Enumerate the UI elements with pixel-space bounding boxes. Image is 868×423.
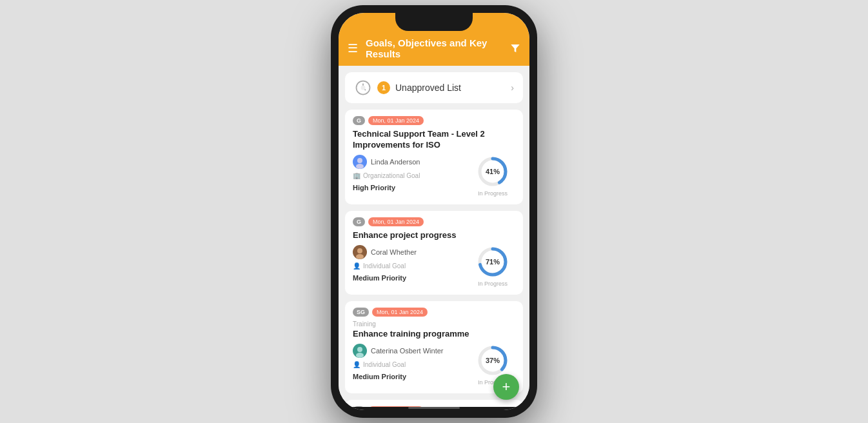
svg-point-2 <box>357 158 362 163</box>
goal-title-2: Enhance project progress <box>353 230 515 241</box>
progress-status-2: In Progress <box>478 280 508 287</box>
fab-button[interactable]: + <box>493 374 519 400</box>
goal-tag-3: SG <box>353 308 369 317</box>
home-bar <box>408 407 460 409</box>
goal-type-icon-1: 🏢 <box>353 172 360 179</box>
goal-type-1: Organizational Goal <box>363 172 420 179</box>
progress-area-2: 71% In Progress <box>470 245 515 287</box>
user-name-1: Linda Anderson <box>371 158 420 166</box>
home-indicator <box>339 407 529 410</box>
filter-icon[interactable] <box>510 43 520 54</box>
goal-type-icon-3: 👤 <box>353 361 360 368</box>
avatar-2 <box>353 245 367 259</box>
priority-1: High Priority <box>353 184 395 192</box>
goal-tag-2: G <box>353 217 365 226</box>
content-area: 1 Unapproved List › G Mon, 01 Jan 2024 T… <box>339 66 529 407</box>
goal-date-4: Mon, 01 Jan 2024 <box>368 406 424 407</box>
hamburger-icon[interactable]: ☰ <box>348 41 358 55</box>
svg-point-7 <box>356 254 364 259</box>
phone-screen: ☰ Goals, Objectives and Key Results 1 Un… <box>339 13 529 410</box>
svg-point-3 <box>356 164 364 169</box>
app-title: Goals, Objectives and Key Results <box>366 37 510 59</box>
goal-card-2[interactable]: G Mon, 01 Jan 2024 Enhance project progr… <box>345 211 523 295</box>
unapproved-list-row[interactable]: 1 Unapproved List › <box>345 72 523 103</box>
unapproved-label: Unapproved List <box>395 83 511 93</box>
priority-2: Medium Priority <box>353 274 406 282</box>
unapproved-badge: 1 <box>377 81 390 94</box>
progress-value-1: 41% <box>486 168 500 175</box>
goal-type-2: Individual Goal <box>363 262 406 270</box>
goal-title-3: Enhance training programme <box>353 329 515 340</box>
goal-card-4[interactable]: G Mon, 01 Jan 2024 T SUB <box>345 400 523 407</box>
svg-point-10 <box>357 347 362 352</box>
goal-tag-4: G <box>353 406 365 407</box>
goal-type-icon-2: 👤 <box>353 262 360 270</box>
unapproved-list-icon <box>354 79 372 97</box>
chevron-right-icon: › <box>511 83 514 93</box>
svg-point-11 <box>356 353 364 358</box>
progress-area-1: 41% In Progress <box>470 155 515 197</box>
priority-3: Medium Priority <box>353 373 406 380</box>
goal-title-1: Technical Support Team - Level 2 Improve… <box>353 129 515 151</box>
goal-date-3: Mon, 01 Jan 2024 <box>372 308 428 317</box>
svg-point-6 <box>357 248 362 253</box>
progress-value-3: 37% <box>486 357 500 364</box>
progress-status-1: In Progress <box>478 190 508 197</box>
goal-date-2: Mon, 01 Jan 2024 <box>368 217 424 226</box>
goal-type-3: Individual Goal <box>363 361 406 368</box>
user-name-3: Caterina Osbert Winter <box>371 347 443 355</box>
phone-frame: ☰ Goals, Objectives and Key Results 1 Un… <box>331 5 537 418</box>
user-name-2: Coral Whether <box>371 248 417 256</box>
goal-date-1: Mon, 01 Jan 2024 <box>368 116 424 125</box>
goal-tag-1: G <box>353 116 365 125</box>
goal-category-3: Training <box>353 320 515 328</box>
goal-card-1[interactable]: G Mon, 01 Jan 2024 Technical Support Tea… <box>345 110 523 204</box>
avatar-3 <box>353 344 367 358</box>
progress-value-2: 71% <box>486 258 500 266</box>
notch <box>395 13 473 31</box>
svg-point-1 <box>361 86 366 90</box>
avatar-1 <box>353 155 367 169</box>
